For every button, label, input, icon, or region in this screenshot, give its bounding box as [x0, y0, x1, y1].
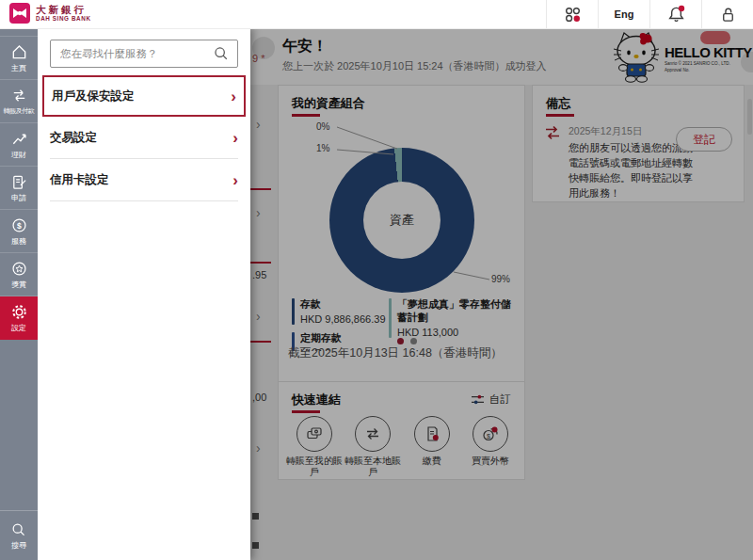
chevron-right-icon: › — [231, 88, 236, 104]
bank-name-en: DAH SING BANK — [36, 16, 91, 22]
sidebar-label: 主頁 — [11, 63, 26, 73]
header-actions: Eng — [546, 0, 753, 28]
bank-logo[interactable]: 大新銀行 DAH SING BANK — [9, 3, 91, 24]
sidebar-search[interactable]: 搜尋 — [0, 510, 38, 560]
sidebar-label: 獎賞 — [11, 280, 26, 290]
services-icon: $ — [10, 216, 28, 234]
logout-lock-icon[interactable] — [701, 0, 753, 28]
menu-item-label: 用戶及保安設定 — [52, 88, 135, 104]
chevron-right-icon: › — [232, 130, 238, 146]
sidebar-item-transfer-payments[interactable]: 轉賬及付款 — [0, 80, 38, 123]
sidebar-label: 申請 — [11, 193, 26, 203]
settings-menu-panel: 用戶及保安設定 › 交易設定 › 信用卡設定 › — [38, 28, 250, 560]
menu-item-user-security-settings[interactable]: 用戶及保安設定 › — [42, 75, 246, 117]
settings-gear-icon — [10, 303, 28, 321]
menu-item-label: 交易設定 — [50, 130, 97, 146]
menu-item-label: 信用卡設定 — [50, 172, 109, 188]
sidebar-item-wealth[interactable]: 理財 — [0, 123, 38, 167]
sidebar-search-label: 搜尋 — [11, 540, 26, 551]
sidebar-label: 轉賬及付款 — [4, 106, 35, 116]
sidebar-item-apply[interactable]: 申請 — [0, 167, 38, 210]
notifications-bell-icon[interactable] — [649, 0, 701, 28]
sidebar-item-services[interactable]: $ 服務 — [0, 210, 38, 253]
transfer-icon — [10, 87, 28, 104]
svg-text:$: $ — [17, 220, 22, 230]
language-toggle[interactable]: Eng — [598, 0, 649, 28]
service-search-input[interactable] — [58, 47, 213, 60]
app-root: 大新銀行 DAH SING BANK Eng — [0, 0, 753, 560]
bank-name-zh: 大新銀行 — [36, 5, 91, 15]
sidebar-item-home[interactable]: 主頁 — [0, 36, 38, 80]
bank-logo-icon — [9, 3, 30, 24]
rewards-icon — [10, 260, 28, 278]
menu-item-transaction-settings[interactable]: 交易設定 › — [50, 117, 238, 159]
sidebar-label: 設定 — [11, 323, 26, 333]
apps-grid-icon[interactable] — [546, 0, 598, 28]
service-search-box[interactable] — [50, 40, 238, 68]
menu-item-credit-card-settings[interactable]: 信用卡設定 › — [50, 159, 238, 201]
sidebar-item-settings[interactable]: 設定 — [0, 296, 38, 340]
search-icon — [213, 45, 230, 62]
sidebar-label: 服務 — [11, 236, 26, 247]
sidebar-item-rewards[interactable]: 獎賞 — [0, 253, 38, 296]
search-icon — [10, 521, 27, 538]
top-header: 大新銀行 DAH SING BANK Eng — [0, 0, 753, 29]
main-nav-sidebar: 主頁 轉賬及付款 理財 申請 $ 服務 獎賞 設定 搜尋 — [0, 28, 38, 560]
wealth-icon — [10, 130, 28, 148]
home-icon — [10, 43, 28, 61]
apply-icon — [10, 173, 28, 191]
modal-dim-overlay[interactable] — [250, 28, 753, 560]
sidebar-label: 理財 — [11, 150, 26, 160]
chevron-right-icon: › — [232, 172, 238, 188]
